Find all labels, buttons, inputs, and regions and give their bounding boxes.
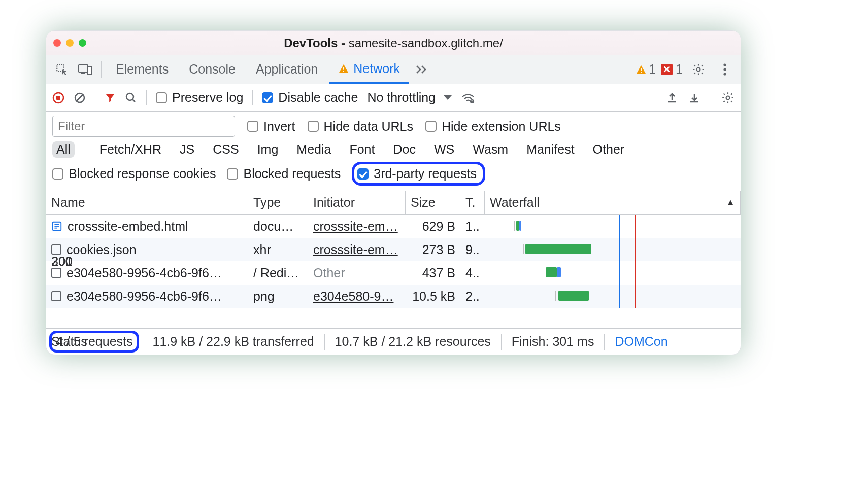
filter-type-js[interactable]: JS bbox=[176, 141, 198, 158]
filter-input[interactable] bbox=[52, 116, 235, 137]
col-name[interactable]: Name bbox=[46, 191, 248, 214]
svg-rect-13 bbox=[56, 96, 60, 100]
svg-point-16 bbox=[126, 93, 133, 100]
third-party-highlight: 3rd-party requests bbox=[352, 162, 485, 186]
inspect-element-icon[interactable] bbox=[51, 59, 73, 80]
minimize-window-button[interactable] bbox=[66, 39, 74, 47]
requests-count: 4 / 5 requests bbox=[56, 334, 132, 348]
warning-icon bbox=[636, 64, 647, 75]
domcontentloaded-link[interactable]: DOMCon bbox=[605, 334, 678, 350]
filter-type-css[interactable]: CSS bbox=[209, 141, 243, 158]
filter-type-all[interactable]: All bbox=[52, 141, 75, 158]
finish-time: Finish: 301 ms bbox=[502, 334, 605, 350]
tab-application[interactable]: Application bbox=[247, 55, 327, 84]
filter-type-media[interactable]: Media bbox=[292, 141, 335, 158]
svg-rect-6 bbox=[641, 68, 642, 71]
import-har-icon[interactable] bbox=[688, 92, 700, 104]
device-toolbar-icon[interactable] bbox=[75, 59, 96, 80]
title-url: samesite-sandbox.glitch.me/ bbox=[349, 36, 503, 50]
network-settings-icon[interactable] bbox=[721, 91, 735, 104]
resources-size: 10.7 kB / 21.2 kB resources bbox=[325, 334, 502, 350]
svg-rect-3 bbox=[87, 66, 92, 75]
blocked-requests-checkbox[interactable]: Blocked requests bbox=[227, 166, 341, 181]
chevron-down-icon bbox=[444, 95, 452, 100]
svg-rect-1 bbox=[79, 65, 88, 72]
search-icon[interactable] bbox=[125, 92, 137, 104]
preserve-log-checkbox[interactable]: Preserve log bbox=[156, 90, 243, 105]
filter-icon[interactable] bbox=[105, 92, 116, 103]
devtools-window: DevTools - samesite-sandbox.glitch.me/ E… bbox=[46, 30, 741, 355]
svg-line-15 bbox=[76, 94, 83, 101]
sort-asc-icon: ▲ bbox=[726, 197, 735, 208]
svg-rect-7 bbox=[641, 72, 642, 73]
table-row[interactable]: cookies.json 200 xhr crosssite-em… 273 B… bbox=[46, 238, 741, 261]
more-tabs-icon[interactable] bbox=[411, 59, 432, 80]
svg-point-9 bbox=[723, 63, 726, 66]
zoom-window-button[interactable] bbox=[79, 39, 86, 47]
col-type[interactable]: Type bbox=[248, 191, 308, 214]
filter-type-manifest[interactable]: Manifest bbox=[522, 141, 578, 158]
issues-error-badge[interactable]: ✕ 1 bbox=[661, 62, 683, 77]
initiator-link[interactable]: e304e580-9… bbox=[313, 289, 393, 304]
col-waterfall[interactable]: Waterfall▲ bbox=[485, 191, 741, 214]
close-window-button[interactable] bbox=[53, 39, 61, 47]
tab-network[interactable]: Network bbox=[329, 55, 409, 84]
tab-console[interactable]: Console bbox=[180, 55, 245, 84]
col-time[interactable]: T. bbox=[460, 191, 485, 214]
window-controls bbox=[53, 39, 86, 47]
throttling-select[interactable]: No throttling bbox=[367, 90, 452, 105]
requests-table-header: Name Status Type Initiator Size T. Water… bbox=[46, 191, 741, 215]
invert-checkbox[interactable]: Invert bbox=[247, 119, 295, 134]
hide-data-urls-checkbox[interactable]: Hide data URLs bbox=[308, 119, 413, 134]
svg-point-10 bbox=[723, 68, 726, 71]
initiator-link[interactable]: crosssite-em… bbox=[313, 219, 398, 234]
error-icon: ✕ bbox=[661, 64, 673, 75]
third-party-requests-checkbox[interactable]: 3rd-party requests bbox=[357, 166, 477, 181]
kebab-menu-icon[interactable] bbox=[714, 59, 736, 80]
hide-extension-urls-checkbox[interactable]: Hide extension URLs bbox=[425, 119, 561, 134]
title-prefix: DevTools - bbox=[284, 36, 349, 50]
svg-rect-4 bbox=[343, 67, 344, 69]
filter-checks-row: Blocked response cookies Blocked request… bbox=[46, 162, 741, 191]
initiator-link[interactable]: crosssite-em… bbox=[313, 242, 398, 257]
col-initiator[interactable]: Initiator bbox=[308, 191, 406, 214]
disable-cache-checkbox[interactable]: Disable cache bbox=[262, 90, 358, 105]
filter-type-img[interactable]: Img bbox=[253, 141, 283, 158]
window-title: DevTools - samesite-sandbox.glitch.me/ bbox=[46, 36, 741, 50]
svg-point-8 bbox=[697, 67, 700, 71]
filter-type-ws[interactable]: WS bbox=[430, 141, 458, 158]
table-row[interactable]: crosssite-embed.html 200 docu… crosssite… bbox=[46, 215, 741, 238]
blocked-response-cookies-checkbox[interactable]: Blocked response cookies bbox=[52, 166, 216, 181]
filter-bar: Invert Hide data URLs Hide extension URL… bbox=[46, 112, 741, 139]
filter-type-doc[interactable]: Doc bbox=[389, 141, 419, 158]
table-row[interactable]: e304e580-9956-4cb6-9f6… 200 png e304e580… bbox=[46, 285, 741, 308]
requests-table-body: crosssite-embed.html 200 docu… crosssite… bbox=[46, 215, 741, 308]
filter-type-font[interactable]: Font bbox=[345, 141, 379, 158]
tabs-bar: Elements Console Application Network 1 ✕… bbox=[46, 55, 741, 84]
requests-count-highlight: 4 / 5 requests bbox=[49, 331, 139, 353]
tab-elements[interactable]: Elements bbox=[107, 55, 178, 84]
request-type-filters: All Fetch/XHR JS CSS Img Media Font Doc … bbox=[46, 139, 741, 162]
svg-point-19 bbox=[726, 96, 730, 99]
transferred-size: 11.9 kB / 22.9 kB transferred bbox=[142, 334, 324, 350]
export-har-icon[interactable] bbox=[666, 92, 678, 104]
record-button[interactable] bbox=[52, 92, 64, 104]
filter-type-other[interactable]: Other bbox=[589, 141, 629, 158]
table-row[interactable]: e304e580-9956-4cb6-9f6… 301 / Redi… Othe… bbox=[46, 261, 741, 285]
issues-warning-badge[interactable]: 1 bbox=[636, 62, 656, 77]
status-bar: 4 / 5 requests 11.9 kB / 22.9 kB transfe… bbox=[46, 328, 741, 355]
svg-line-17 bbox=[132, 99, 135, 102]
clear-button[interactable] bbox=[74, 92, 86, 104]
network-conditions-icon[interactable] bbox=[461, 92, 475, 103]
titlebar: DevTools - samesite-sandbox.glitch.me/ bbox=[46, 31, 741, 55]
filter-type-wasm[interactable]: Wasm bbox=[469, 141, 512, 158]
svg-rect-5 bbox=[343, 71, 344, 72]
filter-type-fetchxhr[interactable]: Fetch/XHR bbox=[95, 141, 165, 158]
col-size[interactable]: Size bbox=[406, 191, 460, 214]
settings-icon[interactable] bbox=[688, 59, 709, 80]
network-toolbar: Preserve log Disable cache No throttling bbox=[46, 84, 741, 112]
warning-icon bbox=[338, 63, 349, 74]
svg-point-11 bbox=[723, 73, 726, 75]
